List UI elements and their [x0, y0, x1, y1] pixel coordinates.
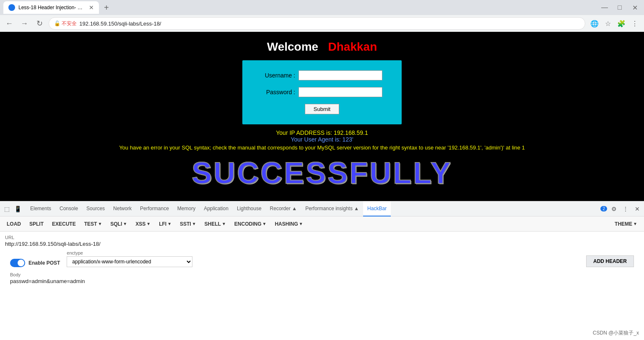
- hackbar-body: URL http://192.168.59.150/sqli-labs/Less…: [0, 232, 644, 340]
- username-input[interactable]: [299, 70, 382, 80]
- add-header-button[interactable]: ADD HEADER: [586, 255, 634, 267]
- devtools-device-icon[interactable]: 📱: [13, 204, 23, 214]
- devtools-left-icons: ⬚ 📱: [2, 204, 23, 214]
- new-tab-button[interactable]: +: [101, 1, 112, 14]
- sql-error-text: You have an error in your SQL syntax; ch…: [119, 144, 525, 151]
- tab-performance-insights[interactable]: Performance insights ▲: [301, 201, 363, 216]
- url-value: http://192.168.59.150/sqli-labs/Less-18/: [5, 241, 639, 247]
- csdn-credit: CSDN @小菜狼子_x: [593, 330, 639, 337]
- body-label: Body: [10, 272, 634, 277]
- welcome-red: Dhakkan: [328, 40, 377, 53]
- address-bar[interactable]: 🔓 不安全 192.168.59.150/sqli-labs/Less-18/: [49, 17, 585, 30]
- more-options-icon[interactable]: ⋮: [621, 204, 631, 214]
- maximize-button[interactable]: □: [614, 2, 626, 13]
- hackbar-shell-btn[interactable]: SHELL ▼: [201, 219, 229, 229]
- password-input[interactable]: [299, 87, 382, 97]
- welcome-heading: Welcome Dhakkan: [267, 40, 377, 54]
- hackbar-toolbar: LOAD SPLIT EXECUTE TEST ▼ SQLI ▼ XSS ▼ L…: [0, 216, 644, 232]
- success-text: SUCCESSFULLY: [192, 156, 452, 190]
- minimize-button[interactable]: —: [599, 2, 610, 13]
- insecure-label: 🔓 不安全: [54, 20, 77, 27]
- password-label: Password :: [262, 89, 295, 95]
- devtools-select-icon[interactable]: ⬚: [2, 204, 12, 214]
- tab-elements[interactable]: Elements: [26, 201, 55, 216]
- issues-badge: 2: [600, 206, 607, 211]
- hackbar-hashing-btn[interactable]: HASHING ▼: [271, 219, 306, 229]
- body-value: passwd=admin&uname=admin: [10, 278, 634, 284]
- username-label: Username :: [262, 72, 295, 79]
- tab-network[interactable]: Network: [109, 201, 136, 216]
- tab-lighthouse[interactable]: Lighthouse: [233, 201, 266, 216]
- tab-title: Less-18 Header Injection- Err...: [18, 5, 86, 10]
- devtools-right-icons: 2 ⚙ ⋮ ✕: [600, 204, 642, 214]
- enctype-select[interactable]: application/x-www-form-urlencoded: [67, 256, 192, 267]
- enable-post-section: Enable POST: [10, 259, 60, 267]
- hackbar-lfi-btn[interactable]: LFI ▼: [156, 219, 175, 229]
- close-button[interactable]: ✕: [629, 2, 641, 13]
- refresh-button[interactable]: ↻: [34, 18, 45, 29]
- address-bar-row: ← → ↻ 🔓 不安全 192.168.59.150/sqli-labs/Les…: [0, 15, 644, 32]
- tab-close-icon[interactable]: ✕: [89, 4, 94, 11]
- tab-hackbar[interactable]: HackBar: [363, 201, 391, 216]
- browser-tab[interactable]: Less-18 Header Injection- Err... ✕: [3, 1, 99, 14]
- hackbar-split-btn[interactable]: SPLIT: [26, 219, 47, 229]
- extensions-icon[interactable]: 🧩: [615, 18, 627, 29]
- body-section: Body passwd=admin&uname=admin: [10, 272, 634, 284]
- ip-address-text: Your IP ADDRESS is: 192.168.59.1: [276, 129, 368, 136]
- hackbar-ssti-btn[interactable]: SSTI ▼: [177, 219, 200, 229]
- user-agent-text: Your User Agent is: 123': [291, 136, 353, 143]
- hackbar-left: Enable POST enctype application/x-www-fo…: [10, 250, 634, 288]
- enable-post-toggle[interactable]: [10, 259, 25, 267]
- tab-recorder[interactable]: Recorder ▲: [266, 201, 301, 216]
- toggle-knob: [18, 260, 24, 266]
- enable-post-label: Enable POST: [29, 260, 60, 266]
- translate-icon[interactable]: 🌐: [589, 18, 600, 29]
- tab-console[interactable]: Console: [55, 201, 82, 216]
- tab-favicon: [8, 4, 15, 11]
- menu-icon[interactable]: ⋮: [629, 18, 641, 29]
- tab-memory[interactable]: Memory: [173, 201, 200, 216]
- hackbar-test-btn[interactable]: TEST ▼: [81, 219, 106, 229]
- hackbar-xss-btn[interactable]: XSS ▼: [132, 219, 154, 229]
- bookmark-icon[interactable]: ☆: [602, 18, 614, 29]
- browser-toolbar-icons: 🌐 ☆ 🧩 ⋮: [589, 18, 641, 29]
- devtools-tab-bar: ⬚ 📱 Elements Console Sources Network Per…: [0, 201, 644, 216]
- tab-sources[interactable]: Sources: [82, 201, 109, 216]
- hackbar-lower-section: Enable POST enctype application/x-www-fo…: [5, 250, 639, 291]
- hackbar-execute-btn[interactable]: EXECUTE: [49, 219, 79, 229]
- submit-button[interactable]: Submit: [305, 104, 339, 114]
- welcome-white: Welcome: [267, 40, 318, 53]
- enctype-label: enctype: [67, 250, 192, 255]
- tab-performance[interactable]: Performance: [136, 201, 173, 216]
- back-button[interactable]: ←: [3, 18, 15, 29]
- address-text: 192.168.59.150/sqli-labs/Less-18/: [79, 21, 161, 27]
- username-row: Username :: [262, 70, 382, 80]
- hackbar-load-btn[interactable]: LOAD: [3, 219, 24, 229]
- tab-application[interactable]: Application: [200, 201, 233, 216]
- hackbar-theme-btn[interactable]: THEME ▼: [611, 219, 641, 229]
- hackbar-sqli-btn[interactable]: SQLI ▼: [107, 219, 130, 229]
- browser-frame: Less-18 Header Injection- Err... ✕ + — □…: [0, 0, 644, 340]
- settings-icon[interactable]: ⚙: [609, 204, 619, 214]
- login-form: Username : Password : Submit: [242, 60, 402, 124]
- forward-button[interactable]: →: [18, 18, 30, 29]
- title-bar: Less-18 Header Injection- Err... ✕ + — □…: [0, 0, 644, 15]
- url-label: URL: [5, 235, 639, 240]
- close-devtools-icon[interactable]: ✕: [632, 204, 642, 214]
- password-row: Password :: [262, 87, 382, 97]
- devtools-panel: ⬚ 📱 Elements Console Sources Network Per…: [0, 201, 644, 340]
- enctype-section: enctype application/x-www-form-urlencode…: [67, 250, 192, 267]
- hackbar-encoding-btn[interactable]: ENCODING ▼: [231, 219, 270, 229]
- page-content: Welcome Dhakkan Username : Password : Su…: [0, 32, 644, 201]
